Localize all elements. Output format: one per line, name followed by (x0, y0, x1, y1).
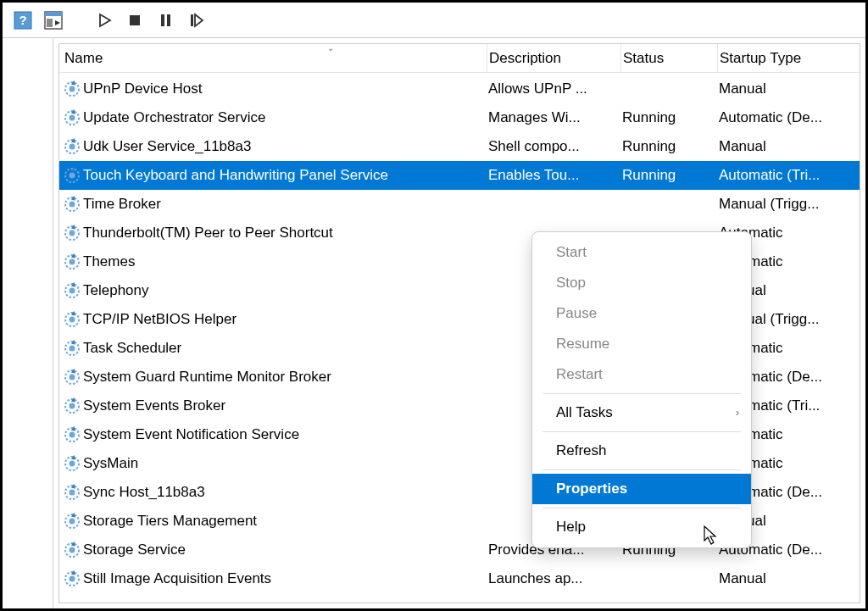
play-icon (96, 12, 113, 29)
menu-properties[interactable]: Properties (532, 474, 751, 504)
cell-startup: Manual (717, 570, 854, 587)
gear-icon (63, 253, 81, 271)
gear-icon (63, 569, 81, 588)
pause-button[interactable] (152, 7, 179, 34)
gear-icon (63, 368, 81, 386)
svg-point-24 (70, 288, 75, 294)
cell-status: Running (620, 109, 717, 126)
service-name: Udk User Service_11b8a3 (83, 138, 251, 155)
cell-name: Update Orchestrator Service (63, 108, 487, 127)
table-row[interactable]: Update Orchestrator ServiceManages Wi...… (59, 103, 860, 132)
menu-pause[interactable]: Pause (532, 298, 751, 329)
svg-rect-5 (130, 15, 140, 25)
menu-separator (542, 431, 741, 432)
table-row[interactable]: Udk User Service_11b8a3Shell compo...Run… (59, 132, 860, 161)
menu-help[interactable]: Help (532, 512, 751, 542)
show-hide-panel-button[interactable] (40, 7, 67, 34)
service-name: Telephony (83, 282, 149, 299)
svg-point-30 (70, 375, 75, 380)
gear-icon (63, 137, 81, 156)
svg-rect-8 (191, 14, 193, 26)
service-name: Storage Service (83, 542, 186, 558)
cell-name: System Event Notification Service (63, 425, 487, 444)
service-name: System Guard Runtime Monitor Broker (83, 369, 331, 386)
service-name: SysMain (83, 455, 138, 472)
cell-startup: Manual (717, 81, 854, 97)
gear-icon (63, 80, 81, 98)
menu-start[interactable]: Start (532, 237, 751, 268)
restart-button[interactable] (182, 7, 209, 34)
svg-point-44 (70, 576, 75, 582)
cell-startup: Automatic (De... (717, 109, 854, 126)
toolbar: ? (3, 3, 865, 38)
cell-description: Shell compo... (487, 138, 620, 155)
table-header: Name Description Status Startup Type (59, 44, 860, 73)
svg-rect-4 (47, 19, 53, 27)
svg-point-36 (70, 461, 75, 467)
gear-icon (63, 166, 81, 185)
svg-point-18 (70, 202, 75, 208)
gear-icon (63, 454, 81, 473)
menu-all-tasks-label: All Tasks (556, 404, 613, 421)
cell-name: Time Broker (63, 195, 487, 214)
table-row[interactable]: Touch Keyboard and Handwriting Panel Ser… (59, 161, 860, 190)
menu-resume[interactable]: Resume (532, 329, 751, 359)
help-button[interactable]: ? (9, 7, 36, 34)
svg-text:?: ? (19, 13, 26, 27)
services-list-panel: ⌄ Name Description Status Startup Type U… (58, 43, 860, 603)
service-name: Touch Keyboard and Handwriting Panel Ser… (83, 167, 388, 184)
column-header-startup[interactable]: Startup Type (717, 44, 854, 72)
pause-icon (157, 12, 174, 29)
service-name: System Event Notification Service (83, 426, 299, 443)
gear-icon (63, 310, 81, 329)
gear-icon (63, 224, 81, 242)
table-row[interactable]: Still Image Acquisition EventsLaunches a… (59, 564, 860, 593)
service-name: Task Scheduler (83, 340, 181, 357)
column-header-status[interactable]: Status (620, 44, 717, 72)
cell-status: Running (620, 167, 717, 184)
column-header-description[interactable]: Description (487, 44, 620, 72)
cell-name: Udk User Service_11b8a3 (63, 137, 487, 156)
menu-restart[interactable]: Restart (532, 359, 751, 390)
menu-separator (542, 393, 741, 394)
svg-point-14 (70, 144, 75, 150)
content-area: ⌄ Name Description Status Startup Type U… (3, 38, 865, 608)
cell-name: SysMain (63, 454, 487, 473)
cell-name: Themes (63, 253, 487, 271)
cell-description: Manages Wi... (487, 109, 620, 126)
cell-name: TCP/IP NetBIOS Helper (63, 310, 487, 329)
cell-name: Telephony (63, 281, 487, 300)
menu-all-tasks[interactable]: All Tasks › (532, 397, 751, 428)
table-row[interactable]: Time BrokerManual (Trigg... (59, 190, 860, 219)
stop-icon (126, 12, 143, 29)
service-name: Themes (83, 253, 135, 270)
column-header-name[interactable]: Name (63, 50, 487, 67)
cell-name: Thunderbolt(TM) Peer to Peer Shortcut (63, 224, 487, 242)
table-row[interactable]: UPnP Device HostAllows UPnP ...Manual (59, 75, 860, 103)
gear-icon (63, 281, 81, 300)
stop-button[interactable] (121, 7, 148, 34)
menu-refresh[interactable]: Refresh (532, 436, 751, 466)
cell-name: System Events Broker (63, 397, 487, 415)
cell-description: Enables Tou... (487, 167, 620, 184)
gear-icon (63, 195, 81, 214)
cell-description: Launches ap... (487, 570, 620, 587)
cell-name: UPnP Device Host (63, 80, 487, 98)
cell-startup: Automatic (Tri... (717, 167, 854, 184)
svg-point-20 (70, 231, 75, 236)
menu-separator (542, 508, 741, 508)
cell-description: Allows UPnP ... (487, 81, 620, 97)
svg-point-38 (70, 490, 75, 496)
service-name: Time Broker (83, 196, 161, 213)
svg-point-34 (70, 432, 75, 438)
cell-name: Storage Tiers Management (63, 512, 487, 530)
cell-name: Touch Keyboard and Handwriting Panel Ser… (63, 166, 487, 185)
tree-panel (3, 38, 53, 608)
start-button[interactable] (91, 7, 118, 34)
svg-point-12 (70, 115, 75, 121)
menu-separator (542, 469, 741, 470)
gear-icon (63, 425, 81, 444)
menu-stop[interactable]: Stop (532, 268, 751, 298)
cell-startup: Manual (717, 138, 854, 155)
help-icon: ? (14, 11, 32, 30)
